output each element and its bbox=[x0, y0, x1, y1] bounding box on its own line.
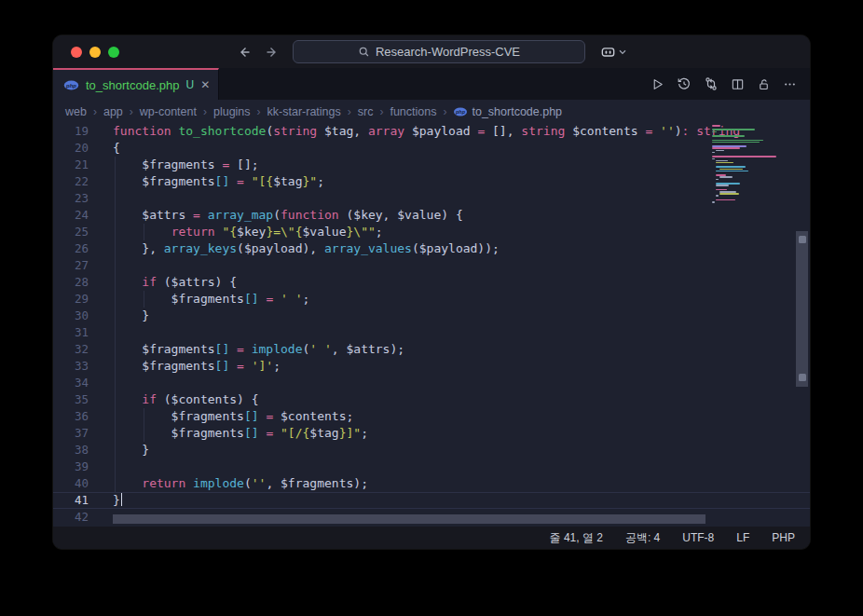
line-number[interactable]: 38 bbox=[53, 442, 89, 459]
breadcrumb-item-web[interactable]: web bbox=[65, 105, 87, 118]
code-line-37[interactable]: 37 $fragments[] = "[/{$tag}]"; bbox=[53, 425, 810, 442]
code-text: $fragments[] = implode(' ', $attrs); bbox=[89, 341, 810, 358]
code-line-35[interactable]: 35 if ($contents) { bbox=[53, 391, 810, 408]
code-line-34[interactable]: 34 bbox=[53, 375, 810, 391]
line-number[interactable]: 41 bbox=[53, 492, 89, 509]
indent-guide bbox=[115, 224, 116, 240]
code-line-30[interactable]: 30 } bbox=[53, 308, 810, 324]
breadcrumb-item-wp-content[interactable]: wp-content bbox=[140, 105, 197, 118]
code-line-40[interactable]: 40 return implode('', $fragments); bbox=[53, 475, 810, 492]
line-number[interactable]: 40 bbox=[53, 475, 89, 492]
code-line-24[interactable]: 24 $attrs = array_map(function ($key, $v… bbox=[53, 207, 810, 224]
code-text: } bbox=[89, 308, 810, 324]
line-number[interactable]: 20 bbox=[53, 140, 89, 157]
line-number[interactable]: 39 bbox=[53, 459, 89, 475]
minimap-row bbox=[716, 199, 735, 201]
split-editor-icon[interactable] bbox=[731, 77, 745, 91]
line-number[interactable]: 34 bbox=[53, 375, 89, 391]
breadcrumb-item-to_shortcode.php[interactable]: phpto_shortcode.php bbox=[453, 105, 562, 118]
indent-guide bbox=[144, 224, 144, 240]
minimap-row bbox=[712, 129, 755, 130]
line-number[interactable]: 19 bbox=[53, 123, 89, 140]
code-line-21[interactable]: 21 $fragments = []; bbox=[53, 157, 810, 173]
breadcrumb-separator: › bbox=[348, 105, 351, 118]
line-number[interactable]: 33 bbox=[53, 358, 89, 375]
run-icon[interactable] bbox=[651, 77, 664, 91]
indent-guide bbox=[115, 442, 116, 459]
line-number[interactable]: 36 bbox=[53, 408, 89, 425]
minimap[interactable] bbox=[712, 125, 794, 203]
minimap-row bbox=[716, 150, 724, 152]
line-number[interactable]: 42 bbox=[53, 509, 89, 526]
indent-guide bbox=[115, 459, 116, 475]
status-item[interactable]: 줄 41, 열 2 bbox=[550, 530, 603, 546]
vertical-scrollbar-thumb[interactable] bbox=[796, 231, 808, 387]
line-number[interactable]: 24 bbox=[53, 207, 89, 224]
code-line-28[interactable]: 28 if ($attrs) { bbox=[53, 274, 810, 291]
minimap-row bbox=[716, 185, 729, 186]
code-editor[interactable]: 19function to_shortcode(string $tag, arr… bbox=[53, 123, 810, 527]
code-line-36[interactable]: 36 $fragments[] = $contents; bbox=[53, 408, 810, 425]
compare-changes-icon[interactable] bbox=[704, 76, 719, 91]
breadcrumb-item-app[interactable]: app bbox=[103, 105, 123, 118]
line-number[interactable]: 23 bbox=[53, 190, 89, 207]
copilot-robot-icon bbox=[600, 44, 616, 60]
navigate-back-icon[interactable] bbox=[237, 45, 252, 60]
code-line-41[interactable]: 41} bbox=[53, 492, 810, 509]
breadcrumb-separator: › bbox=[203, 105, 207, 118]
code-line-38[interactable]: 38 } bbox=[53, 442, 810, 459]
line-number[interactable]: 31 bbox=[53, 324, 89, 341]
status-item[interactable]: 공백: 4 bbox=[625, 530, 660, 546]
lock-open-icon[interactable] bbox=[757, 77, 771, 91]
line-number[interactable]: 35 bbox=[53, 391, 89, 408]
line-number[interactable]: 26 bbox=[53, 240, 89, 257]
code-line-31[interactable]: 31 bbox=[53, 324, 810, 341]
status-item[interactable]: PHP bbox=[772, 531, 795, 544]
zoom-window-button[interactable] bbox=[108, 47, 119, 58]
code-line-29[interactable]: 29 $fragments[] = ' '; bbox=[53, 291, 810, 308]
breadcrumb-item-plugins[interactable]: plugins bbox=[213, 105, 251, 118]
line-number[interactable]: 21 bbox=[53, 157, 89, 173]
command-center-search[interactable]: Research-WordPress-CVE bbox=[293, 40, 585, 63]
more-actions-icon[interactable] bbox=[783, 77, 797, 91]
breadcrumb-item-kk-star-ratings[interactable]: kk-star-ratings bbox=[267, 105, 341, 118]
code-line-25[interactable]: 25 return "{$key}=\"{$value}\""; bbox=[53, 224, 810, 240]
indent-guide bbox=[115, 425, 116, 442]
overview-ruler-mark bbox=[799, 374, 806, 381]
breadcrumb-item-functions[interactable]: functions bbox=[390, 105, 436, 118]
code-line-22[interactable]: 22 $fragments[] = "[{$tag}"; bbox=[53, 173, 810, 190]
editor-actions bbox=[651, 68, 810, 100]
status-item[interactable]: UTF-8 bbox=[682, 531, 714, 544]
line-number[interactable]: 27 bbox=[53, 257, 89, 274]
close-window-button[interactable] bbox=[71, 47, 82, 58]
code-line-20[interactable]: 20{ bbox=[53, 140, 810, 157]
close-tab-icon[interactable]: ✕ bbox=[200, 79, 210, 90]
line-number[interactable]: 22 bbox=[53, 173, 89, 190]
line-number[interactable]: 29 bbox=[53, 291, 89, 308]
minimize-window-button[interactable] bbox=[89, 47, 101, 58]
copilot-menu[interactable] bbox=[600, 44, 626, 60]
code-line-23[interactable]: 23 bbox=[53, 190, 810, 207]
vertical-scrollbar[interactable] bbox=[794, 123, 810, 527]
code-text: $fragments[] = $contents; bbox=[89, 408, 810, 425]
code-line-26[interactable]: 26 }, array_keys($payload), array_values… bbox=[53, 240, 810, 257]
code-line-27[interactable]: 27 bbox=[53, 257, 810, 274]
line-number[interactable]: 25 bbox=[53, 224, 89, 240]
history-icon[interactable] bbox=[677, 76, 692, 91]
code-line-39[interactable]: 39 bbox=[53, 459, 810, 475]
line-number[interactable]: 30 bbox=[53, 308, 89, 324]
indent-guide bbox=[115, 291, 116, 308]
tab-to-shortcode-php[interactable]: php to_shortcode.php U ✕ bbox=[53, 68, 219, 100]
status-item[interactable]: LF bbox=[736, 531, 749, 544]
navigate-forward-icon[interactable] bbox=[265, 45, 280, 60]
code-text bbox=[89, 459, 810, 475]
code-line-32[interactable]: 32 $fragments[] = implode(' ', $attrs); bbox=[53, 341, 810, 358]
code-text bbox=[89, 375, 810, 391]
line-number[interactable]: 32 bbox=[53, 341, 89, 358]
code-line-33[interactable]: 33 $fragments[] = ']'; bbox=[53, 358, 810, 375]
breadcrumb-item-src[interactable]: src bbox=[358, 105, 374, 118]
line-number[interactable]: 28 bbox=[53, 274, 89, 291]
horizontal-scrollbar-thumb[interactable] bbox=[113, 514, 705, 524]
code-line-19[interactable]: 19function to_shortcode(string $tag, arr… bbox=[53, 123, 810, 140]
line-number[interactable]: 37 bbox=[53, 425, 89, 442]
